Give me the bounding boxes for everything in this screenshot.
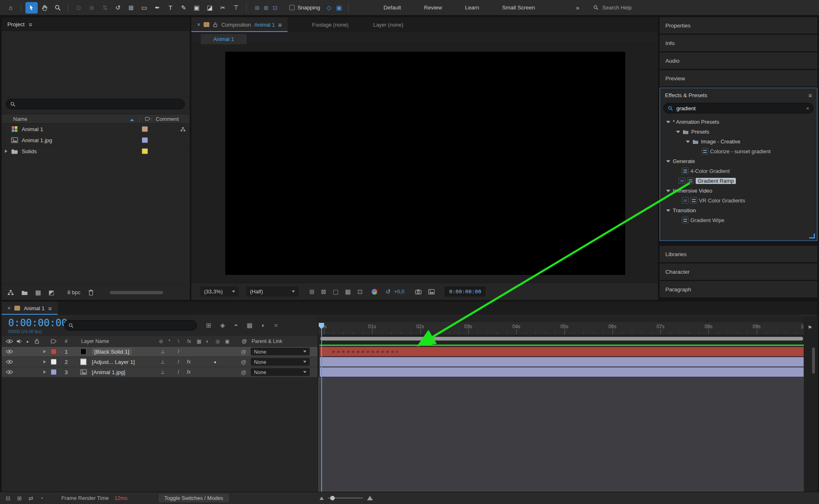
zoom-out-frames-icon[interactable] [320,497,324,500]
resolution-dropdown[interactable]: (Half) [246,286,299,297]
column-divider[interactable] [152,116,152,122]
panel-resize-corner-icon[interactable] [809,234,815,238]
motion-blur-icon[interactable]: ◐ [261,322,265,329]
expander-icon[interactable] [43,360,48,363]
close-icon[interactable]: × [197,21,200,28]
threed-icon[interactable]: ▣ [225,338,229,344]
shy-icon[interactable]: ⊘ [159,338,163,344]
quality-switch[interactable]: / [178,349,179,354]
rectangle-tool[interactable]: ▭ [138,2,150,14]
grid-guides-icon[interactable]: ⊡ [358,288,363,295]
chevron-down-icon[interactable] [676,131,680,135]
delete-icon[interactable] [88,289,94,296]
brush-tool[interactable]: ✎ [177,2,190,14]
panel-menu-icon[interactable]: ≡ [278,21,282,28]
expander-icon[interactable] [43,370,48,374]
snapping-checkbox[interactable] [289,5,295,10]
zoom-in-frames-icon[interactable] [367,496,373,500]
panel-header-info[interactable]: Info [660,35,817,51]
rotation-tool[interactable]: ↺ [112,2,124,14]
tab-layer[interactable]: Layer (none) [373,22,404,28]
label-color-chip[interactable] [142,137,148,143]
region-of-interest-icon[interactable]: ▢ [333,288,338,295]
roto-brush-tool[interactable]: ✂ [217,2,229,14]
zoom-tool[interactable] [52,2,64,14]
effect-item-gradient-wipe[interactable]: Gradient Wipe [660,215,817,225]
project-item-animal-1-jpg[interactable]: Animal 1.jpg [2,135,190,146]
puppet-pin-tool[interactable]: ⊤ [230,2,242,14]
layer-duration-bar-2[interactable] [320,357,804,367]
mask-visibility-icon[interactable]: ⊠ [321,288,327,295]
magnification-dropdown[interactable]: (33,3%) [200,286,239,297]
parent-link-dropdown[interactable]: None [251,368,310,376]
category-animation-presets[interactable]: * Animation Presets [660,117,817,127]
inout-pane-icon[interactable]: ⇄ [28,495,33,502]
take-snapshot-icon[interactable] [415,288,422,295]
workspace-tab-small-screen[interactable]: Small Screen [502,5,535,11]
column-divider[interactable] [139,116,140,122]
layer-color-chip[interactable] [51,349,57,354]
draft-3d-icon[interactable]: ◈ [220,322,225,329]
parent-link-dropdown[interactable]: None [251,348,310,356]
comp-marker-bin-icon[interactable]: ⚑ [808,325,812,331]
visibility-eye-icon[interactable] [6,348,13,355]
effect-item-vr-color-gradients[interactable]: VR Color Gradients [660,195,817,205]
category-image-creative[interactable]: Image - Creative [660,136,817,146]
quality-switch[interactable]: / [178,369,179,375]
current-time-display[interactable]: 0:00:00:00 00000 (24.00 fps) [8,317,61,334]
clear-search-icon[interactable]: × [806,105,809,111]
new-folder-icon[interactable] [21,289,28,296]
collapse-icon[interactable]: * [168,338,170,344]
hide-shy-layers-icon[interactable]: ◓ [234,322,238,329]
snap-features-toggle[interactable]: ▣ [336,4,342,11]
label-color-chip[interactable] [142,126,148,132]
panel-header-audio[interactable]: Audio [660,52,817,69]
close-icon[interactable]: × [7,305,11,311]
video-column-icon[interactable] [6,338,13,345]
sort-ascending-icon[interactable] [130,117,134,121]
zoom-slider-thumb[interactable] [330,496,335,500]
layer-duration-bar-3[interactable] [320,367,804,377]
fast-previews-icon[interactable]: ⊞ [309,288,315,295]
layer-color-chip[interactable] [51,369,57,375]
viewer-timecode[interactable]: 0:00:00:00 [445,286,486,297]
layer-row-2[interactable]: 2[Adjust... Layer 1]⊥/fx●@None [2,357,318,367]
motion-blur-icon[interactable]: ◐ [206,338,209,344]
chevron-down-icon[interactable] [666,209,670,214]
motion-blur-toggle[interactable]: ● [214,360,216,364]
selection-tool[interactable] [25,2,38,14]
composition-tab-animal-1[interactable]: Animal 1 [201,34,247,44]
mini-flowchart-icon[interactable]: ⊞ [206,322,211,329]
fx-icon[interactable]: fx [187,338,191,344]
panel-header-preview[interactable]: Preview [660,70,817,86]
workspace-tab-default[interactable]: Default [383,5,401,11]
tab-footage[interactable]: Footage (none) [312,22,349,28]
timeline-search-input[interactable] [64,320,197,331]
layer-row-3[interactable]: 3[Animal 1.jpg]⊥/fx@None [2,367,318,377]
switches-pane-icon[interactable]: ⊟ [6,495,11,502]
label-column-icon[interactable] [51,338,57,345]
work-area-bar[interactable] [320,337,803,341]
audio-column-icon[interactable] [16,338,22,345]
chevron-down-icon[interactable] [666,190,670,194]
layer-row-1[interactable]: 1[Black Solid 1]⊥/@None [2,347,318,357]
category-generate[interactable]: Generate [660,156,817,166]
chevron-down-icon[interactable] [686,141,690,145]
panel-header-character[interactable]: Character [660,263,817,280]
parent-pickwhip-icon[interactable]: @ [241,369,246,375]
panel-header-libraries[interactable]: Libraries [660,246,817,262]
hand-tool[interactable] [39,2,51,14]
vertical-scrollbar-thumb[interactable] [812,347,815,374]
workspace-tab-learn[interactable]: Learn [465,5,479,11]
column-number[interactable]: # [65,338,68,344]
collapse-switch[interactable]: ⊥ [161,359,165,365]
category-immersive-video[interactable]: Immersive Video [660,186,817,195]
lock-icon[interactable] [213,22,218,27]
toggle-switches-modes-button[interactable]: Toggle Switches / Modes [159,494,229,502]
project-item-animal-1[interactable]: Animal 1 [2,124,190,135]
effect-item-gradient-ramp[interactable]: Gradient Ramp [660,176,817,186]
pan-behind-tool[interactable]: ⊞ [125,2,137,14]
quality-switch[interactable]: / [178,359,179,365]
clone-stamp-tool[interactable]: ▣ [191,2,203,14]
frame-blend-icon[interactable]: ▦ [197,338,201,344]
